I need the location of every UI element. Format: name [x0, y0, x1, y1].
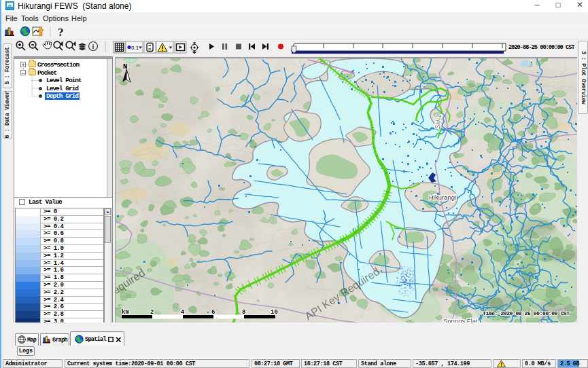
- svg-text:0.1: 0.1: [131, 45, 139, 51]
- svg-text:?: ?: [58, 26, 64, 39]
- svg-text:6: 6: [211, 309, 215, 316]
- svg-text:Time: 2020-08-25 00:00:00 CST: Time: 2020-08-25 00:00:00 CST: [483, 310, 570, 316]
- svg-text:i: i: [92, 43, 94, 50]
- svg-text:N: N: [123, 62, 128, 71]
- svg-text:Hikurangi: Hikurangi: [429, 194, 456, 201]
- svg-text:km: km: [122, 309, 129, 316]
- svg-text:4: 4: [181, 309, 185, 316]
- svg-text:8: 8: [242, 309, 245, 316]
- svg-text:10: 10: [271, 309, 278, 316]
- svg-text:2020-08-25 00:00:00 CST: 2020-08-25 00:00:00 CST: [508, 44, 574, 51]
- svg-text:2: 2: [150, 309, 154, 316]
- svg-text:Springs Flat: Springs Flat: [443, 317, 478, 323]
